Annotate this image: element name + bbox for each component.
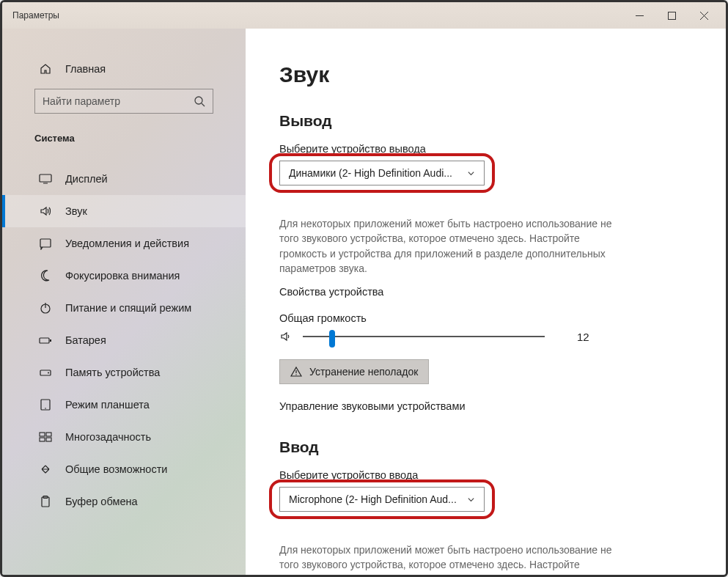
- svg-point-1: [195, 97, 202, 104]
- sidebar-item-label: Дисплей: [65, 173, 108, 185]
- sidebar-home-label: Главная: [65, 63, 106, 75]
- volume-value: 12: [577, 331, 589, 343]
- sidebar-item-label: Режим планшета: [65, 399, 150, 411]
- sidebar-item-label: Общие возможности: [65, 463, 167, 475]
- input-description: Для некоторых приложений может быть наст…: [279, 543, 624, 575]
- sidebar-item-label: Многозадачность: [65, 431, 151, 443]
- manage-devices-link[interactable]: Управление звуковыми устройствами: [279, 400, 692, 412]
- search-field[interactable]: [43, 95, 194, 107]
- sidebar-item-multitask[interactable]: Многозадачность: [2, 421, 246, 453]
- output-description: Для некоторых приложений может быть наст…: [279, 216, 624, 276]
- notifications-icon: [39, 237, 52, 250]
- svg-rect-5: [40, 338, 49, 343]
- clipboard-icon: [39, 495, 52, 508]
- sidebar-item-label: Звук: [65, 205, 87, 217]
- svg-rect-0: [668, 12, 675, 19]
- svg-point-8: [48, 372, 49, 374]
- sidebar-item-label: Фокусировка внимания: [65, 270, 180, 282]
- volume-slider[interactable]: [303, 336, 545, 337]
- display-icon: [39, 172, 52, 185]
- shared-icon: [39, 463, 52, 476]
- sidebar-section-title: Система: [2, 133, 246, 151]
- svg-point-17: [295, 374, 296, 375]
- sidebar-item-label: Буфер обмена: [65, 496, 138, 507]
- volume-thumb[interactable]: [329, 330, 335, 348]
- maximize-button[interactable]: [655, 4, 688, 26]
- focus-icon: [39, 269, 52, 282]
- close-button[interactable]: [688, 4, 720, 26]
- output-device-dropdown[interactable]: Динамики (2- High Definition Audi...: [279, 161, 485, 185]
- svg-point-10: [45, 408, 46, 409]
- search-input[interactable]: [34, 89, 213, 114]
- sound-icon: [39, 205, 52, 218]
- tablet-icon: [39, 398, 52, 411]
- sidebar-item-label: Питание и спящий режим: [65, 302, 191, 314]
- sidebar-item-display[interactable]: Дисплей: [2, 163, 246, 195]
- chevron-down-icon: [467, 169, 475, 177]
- sidebar-item-focus[interactable]: Фокусировка внимания: [2, 260, 246, 292]
- sidebar-item-storage[interactable]: Память устройства: [2, 356, 246, 389]
- svg-rect-14: [46, 438, 51, 441]
- output-device-value: Динамики (2- High Definition Audi...: [289, 167, 452, 179]
- sidebar-item-label: Память устройства: [65, 367, 160, 378]
- sidebar-item-clipboard[interactable]: Буфер обмена: [2, 485, 246, 518]
- svg-rect-11: [40, 433, 45, 436]
- sidebar-item-label: Батарея: [65, 334, 106, 346]
- input-heading: Ввод: [279, 438, 692, 456]
- sidebar-item-notifications[interactable]: Уведомления и действия: [2, 227, 246, 260]
- svg-rect-6: [50, 339, 51, 342]
- sidebar-item-power[interactable]: Питание и спящий режим: [2, 292, 246, 324]
- multitask-icon: [39, 430, 52, 444]
- troubleshoot-label: Устранение неполадок: [309, 366, 418, 378]
- sidebar-item-sound[interactable]: Звук: [2, 195, 246, 227]
- svg-rect-12: [46, 433, 51, 436]
- power-icon: [39, 301, 52, 315]
- volume-icon: [279, 330, 293, 343]
- sidebar-item-label: Уведомления и действия: [65, 238, 189, 249]
- warning-icon: [290, 366, 302, 378]
- volume-label: Общая громкость: [279, 312, 692, 324]
- page-title: Звук: [279, 62, 692, 87]
- home-icon: [39, 62, 52, 76]
- search-icon: [194, 95, 205, 107]
- storage-icon: [39, 366, 52, 379]
- minimize-button[interactable]: [623, 4, 655, 26]
- svg-rect-3: [40, 239, 51, 247]
- sidebar-item-tablet[interactable]: Режим планшета: [2, 389, 246, 421]
- svg-rect-2: [40, 174, 51, 182]
- output-heading: Вывод: [279, 112, 692, 130]
- input-device-value: Microphone (2- High Definition Aud...: [289, 493, 457, 505]
- window-title: Параметры: [12, 10, 59, 21]
- input-device-dropdown[interactable]: Microphone (2- High Definition Aud...: [279, 487, 485, 512]
- chevron-down-icon: [467, 496, 475, 504]
- sidebar-home[interactable]: Главная: [2, 58, 246, 89]
- sidebar-item-shared[interactable]: Общие возможности: [2, 453, 246, 485]
- svg-rect-13: [40, 438, 45, 441]
- battery-icon: [39, 334, 52, 347]
- sidebar-item-battery[interactable]: Батарея: [2, 324, 246, 356]
- troubleshoot-button[interactable]: Устранение неполадок: [279, 359, 429, 384]
- output-device-properties[interactable]: Свойства устройства: [279, 286, 692, 298]
